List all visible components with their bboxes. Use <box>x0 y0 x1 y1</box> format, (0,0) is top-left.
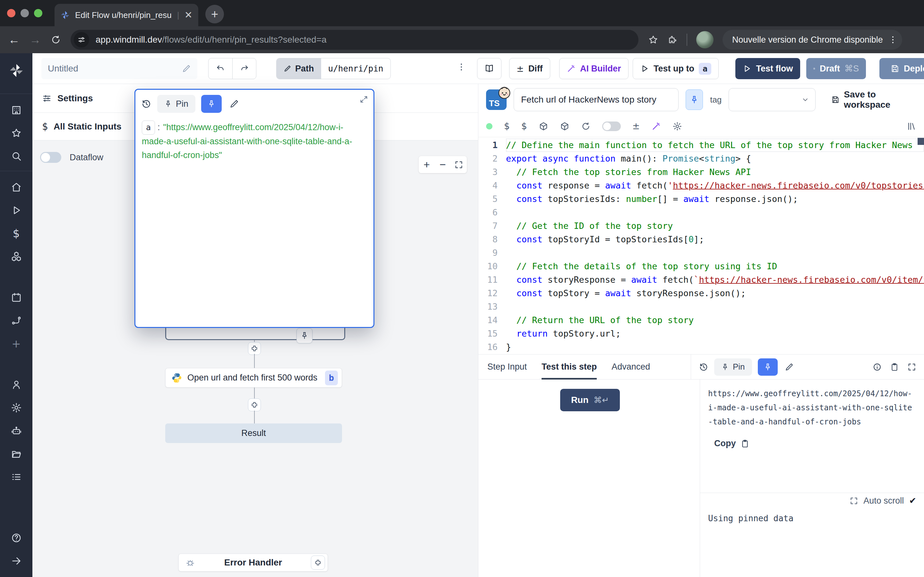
tag-select[interactable] <box>729 88 815 111</box>
folder-icon[interactable] <box>5 442 28 466</box>
code-line[interactable]: 13 <box>478 300 924 314</box>
calendar-icon[interactable] <box>5 286 28 309</box>
minimize-window-button[interactable] <box>21 9 29 17</box>
save-to-workspace-button[interactable]: Save to workspace <box>831 89 917 110</box>
undo-button[interactable] <box>208 58 232 79</box>
flow-node-b[interactable]: Open url and fetch first 500 words of ..… <box>165 368 342 388</box>
code-line[interactable]: 1// Define the main function to fetch th… <box>478 139 924 152</box>
play-icon[interactable] <box>5 199 28 222</box>
home-icon[interactable] <box>5 176 28 199</box>
result-value[interactable]: https://www.geoffreylitt.com/2025/04/12/… <box>700 380 924 429</box>
redo-button[interactable] <box>232 58 256 79</box>
plus-icon[interactable]: + <box>5 332 28 355</box>
package-icon[interactable] <box>560 121 569 131</box>
code-line[interactable]: 9 <box>478 246 924 259</box>
code-line[interactable]: 7 // Get the ID of the top story <box>478 219 924 233</box>
dollar-icon[interactable]: $ <box>521 121 527 131</box>
new-tab-button[interactable]: + <box>205 5 224 23</box>
zoom-fit-button[interactable] <box>451 160 467 169</box>
browser-tab[interactable]: Edit Flow u/henri/pin_results | ✕ <box>55 4 198 26</box>
deploy-button[interactable]: Deploy <box>879 58 924 79</box>
code-line[interactable]: 8 const topStoryId = topStoriesIds[0]; <box>478 233 924 246</box>
gear-icon[interactable] <box>672 121 682 131</box>
edit-pencil-icon[interactable] <box>182 64 191 73</box>
pin-active-button[interactable] <box>758 358 778 376</box>
code-editor[interactable]: 1// Define the main function to fetch th… <box>478 137 924 354</box>
add-error-handler-button[interactable] <box>311 556 325 570</box>
tab-close-icon[interactable]: ✕ <box>184 10 192 20</box>
info-icon[interactable] <box>873 363 882 372</box>
ai-builder-button[interactable]: AI Builder <box>559 58 628 79</box>
pin-active-button[interactable] <box>201 95 222 113</box>
pin-tab-button[interactable]: Pin <box>157 95 195 113</box>
step-pin-button[interactable] <box>686 89 703 110</box>
bot-icon[interactable] <box>5 419 28 442</box>
expand-popup-icon[interactable] <box>359 95 368 104</box>
pinned-value[interactable]: a:"https://www.geoffreylitt.com/2025/04/… <box>136 116 373 167</box>
extensions-puzzle-icon[interactable] <box>667 35 678 45</box>
zoom-in-button[interactable]: + <box>419 158 435 171</box>
plus-minus-icon[interactable]: ± <box>632 121 640 131</box>
maximize-window-button[interactable] <box>34 9 42 17</box>
dollar-icon[interactable]: $ <box>504 121 510 131</box>
test-up-to-button[interactable]: Test up to a <box>633 58 719 79</box>
diff-button[interactable]: ± Diff <box>509 58 550 79</box>
fullscreen-icon[interactable] <box>850 496 858 505</box>
edit-pencil-icon[interactable] <box>785 363 794 372</box>
test-up-to-target-badge[interactable]: a <box>699 63 711 75</box>
history-icon[interactable] <box>141 99 152 109</box>
code-line[interactable]: 15 return topStory.url; <box>478 327 924 340</box>
window-controls[interactable] <box>7 9 42 17</box>
tab-test-this-step[interactable]: Test this step <box>541 355 597 380</box>
status-dot-icon[interactable] <box>486 123 493 129</box>
dollar-icon[interactable]: $ <box>5 222 28 245</box>
code-line[interactable]: 5 const topStoriesIds: number[] = await … <box>478 192 924 206</box>
arrow-right-icon[interactable] <box>5 550 28 572</box>
code-line[interactable]: 11 const storyResponse = await fetch(`ht… <box>478 273 924 287</box>
search-icon[interactable] <box>5 145 28 168</box>
chrome-update-button[interactable]: Nouvelle version de Chrome disponible <box>722 30 902 50</box>
bookmark-star-icon[interactable] <box>648 35 658 45</box>
zoom-out-button[interactable]: − <box>435 158 451 171</box>
help-icon[interactable] <box>5 526 28 550</box>
code-line[interactable]: 12 const topStory = await storyResponse.… <box>478 287 924 300</box>
step-name-input[interactable]: Fetch url of HackerNews top story <box>514 88 678 111</box>
tab-step-input[interactable]: Step Input <box>487 355 527 380</box>
flow-result-node[interactable]: Result <box>165 424 342 443</box>
user-icon[interactable] <box>5 373 28 396</box>
forward-icon[interactable]: → <box>29 33 41 47</box>
code-line[interactable]: 10 // Fetch the details of the top story… <box>478 259 924 273</box>
flow-name-field[interactable]: Untitled <box>41 58 197 79</box>
code-line[interactable]: 16} <box>478 340 924 354</box>
pin-tab-button[interactable]: Pin <box>714 358 752 376</box>
fullscreen-icon[interactable] <box>907 363 916 372</box>
edit-pencil-icon[interactable] <box>229 99 239 109</box>
gear-icon[interactable] <box>5 396 28 419</box>
auto-scroll-checkbox[interactable]: ✔ <box>909 496 916 506</box>
code-line[interactable]: 3 // Fetch the top stories from Hacker N… <box>478 165 924 179</box>
test-flow-button[interactable]: Test flow <box>735 58 800 79</box>
node-a-pin-badge[interactable] <box>296 328 312 343</box>
star-icon[interactable] <box>5 121 28 145</box>
path-value[interactable]: u/henri/pin <box>321 58 391 79</box>
kebab-menu-icon[interactable] <box>888 35 898 45</box>
code-line[interactable]: 6 <box>478 206 924 219</box>
list-icon[interactable] <box>5 466 28 488</box>
wand-icon[interactable] <box>651 121 661 131</box>
error-handler-node[interactable]: Error Handler <box>178 554 328 572</box>
path-button[interactable]: Path <box>276 58 321 79</box>
windmill-logo[interactable] <box>5 59 28 82</box>
history-icon[interactable] <box>699 362 708 372</box>
insert-step-button[interactable] <box>248 398 261 411</box>
package-icon[interactable] <box>539 121 548 131</box>
docs-button[interactable] <box>477 58 501 79</box>
tab-advanced[interactable]: Advanced <box>612 355 650 380</box>
close-window-button[interactable] <box>7 9 15 17</box>
back-icon[interactable]: ← <box>8 33 20 47</box>
reload-icon[interactable] <box>51 35 61 45</box>
run-button[interactable]: Run ⌘↵ <box>560 389 620 411</box>
insert-step-button[interactable] <box>248 342 261 355</box>
building-icon[interactable] <box>5 98 28 121</box>
profile-avatar[interactable] <box>696 31 714 48</box>
address-bar[interactable]: app.windmill.dev/flows/edit/u/henri/pin_… <box>71 30 638 50</box>
